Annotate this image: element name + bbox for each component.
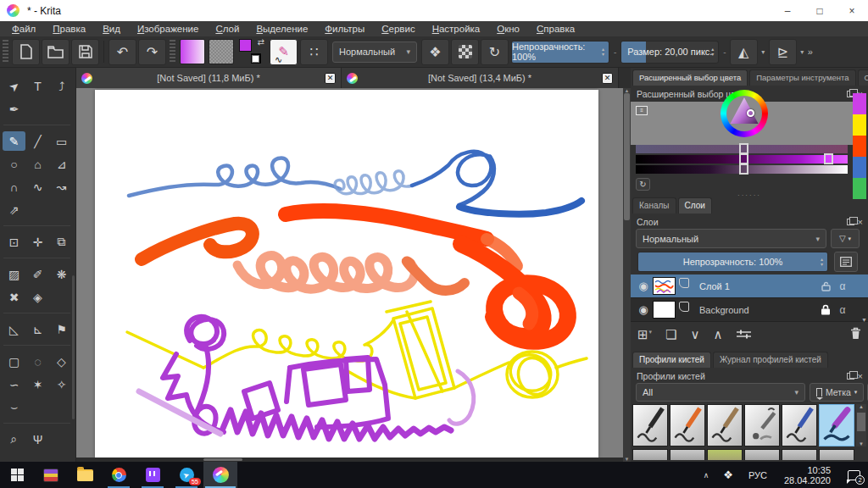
tab-close-icon[interactable]: ✕: [602, 73, 613, 84]
tool-polygon-select[interactable]: ◇: [50, 352, 73, 371]
taskbar-winrar[interactable]: [34, 462, 68, 488]
brush-preset-ink-pen[interactable]: [632, 404, 668, 446]
tool-move[interactable]: ✛: [26, 232, 49, 252]
opacity-slider[interactable]: Непрозрачность: 100% ▴▾: [511, 41, 609, 64]
close-docker-icon[interactable]: ×: [858, 219, 863, 225]
tool-transform[interactable]: ⊡: [3, 232, 25, 252]
hidden-icons-chevron[interactable]: ∧: [696, 471, 717, 480]
brush-preset-wood-brush[interactable]: [707, 404, 743, 446]
menu-tools[interactable]: Сервис: [373, 24, 423, 34]
toolbar-overflow-button[interactable]: »: [808, 47, 813, 57]
alpha-lock-icon[interactable]: α: [834, 304, 851, 316]
tool-measure[interactable]: ◺: [3, 319, 25, 339]
tab-brush-preset-history[interactable]: Журнал профилей кистей: [713, 352, 828, 368]
color-history-button[interactable]: ↻: [636, 178, 650, 191]
foreground-color[interactable]: [239, 39, 252, 52]
toolbar-grip[interactable]: [170, 40, 175, 64]
tool-fill[interactable]: ◈: [26, 287, 49, 307]
menu-image[interactable]: Изображение: [129, 24, 207, 34]
dropbox-icon[interactable]: ❖: [716, 469, 740, 481]
tool-bezier-curve[interactable]: ∩: [3, 177, 25, 197]
color-selector-settings-icon[interactable]: ≡: [636, 106, 648, 115]
taskbar-chrome[interactable]: [102, 462, 136, 488]
blending-mode-dropdown[interactable]: Нормальный ▾: [332, 42, 417, 63]
swatch-orange[interactable]: [853, 136, 866, 157]
scrollbar-thumb[interactable]: [624, 93, 630, 220]
tool-assistants[interactable]: ⊾: [26, 319, 49, 339]
menu-layer[interactable]: Слой: [207, 24, 248, 34]
saturation-bar[interactable]: [636, 155, 848, 164]
brush-preset-sketch-pen[interactable]: [744, 404, 780, 446]
document-tab-1[interactable]: [Not Saved] (11,8 МиБ) * ✕: [76, 68, 342, 88]
mirror-horizontal-options[interactable]: ▾: [759, 39, 768, 65]
tool-dynamic-brush[interactable]: ↝: [50, 177, 73, 197]
layer-blending-mode-dropdown[interactable]: Нормальный ▾: [636, 229, 826, 248]
canvas[interactable]: [95, 90, 598, 458]
open-document-button[interactable]: [42, 39, 70, 65]
toolbox-scrollbar[interactable]: [72, 275, 75, 419]
lightness-handle[interactable]: [739, 164, 748, 175]
close-docker-icon[interactable]: ×: [858, 373, 863, 380]
mirror-vertical-button[interactable]: ⊵: [769, 39, 797, 65]
swap-colors-icon[interactable]: ⇄: [258, 37, 264, 47]
brush-preset-blue-pen[interactable]: [782, 404, 817, 446]
tool-smart-patch[interactable]: ❋: [50, 264, 73, 284]
foreground-background-colors[interactable]: ⇄: [239, 39, 264, 64]
lock-icon[interactable]: [817, 281, 834, 291]
swatch-magenta[interactable]: [853, 93, 866, 114]
tool-bezier-select[interactable]: ✧: [50, 374, 73, 394]
tab-brush-presets[interactable]: Профили кистей: [632, 352, 711, 368]
choose-brush-preset-button[interactable]: ∷: [300, 39, 328, 65]
tool-reference-images[interactable]: ⚑: [50, 319, 73, 339]
tool-multibrush[interactable]: ⇗: [3, 200, 25, 219]
tool-rectangle[interactable]: ▭: [50, 131, 73, 151]
menu-settings[interactable]: Настройка: [424, 24, 489, 34]
lock-icon[interactable]: [817, 304, 834, 315]
saturation-handle-2[interactable]: [824, 153, 833, 164]
tool-freehand-select[interactable]: ∽: [3, 374, 25, 394]
menu-edit[interactable]: Правка: [44, 24, 94, 34]
taskbar-file-explorer[interactable]: [68, 462, 102, 488]
redo-button[interactable]: ↷: [138, 39, 166, 65]
minimize-button[interactable]: –: [771, 0, 804, 21]
duplicate-layer-button[interactable]: ❏: [665, 327, 676, 342]
mirror-vertical-options[interactable]: ▾: [798, 39, 807, 65]
taskbar-krita[interactable]: [203, 462, 237, 488]
tool-gradient[interactable]: ▨: [3, 264, 25, 284]
language-indicator[interactable]: РУС: [740, 470, 776, 480]
scrollbar-thumb[interactable]: [203, 458, 242, 461]
preset-filter-dropdown[interactable]: All ▾: [636, 383, 805, 402]
add-layer-button[interactable]: ⊞▾: [637, 327, 652, 342]
tool-line[interactable]: ╱: [26, 131, 49, 151]
canvas-vertical-scrollbar[interactable]: ▲ ▼: [623, 88, 631, 462]
tab-overview[interactable]: Обзор: [858, 69, 868, 86]
menu-select[interactable]: Выделение: [248, 24, 316, 34]
edit-brush-settings-button[interactable]: ✎: [270, 39, 298, 65]
visibility-eye-icon[interactable]: ◉: [634, 303, 653, 316]
layer-properties-button[interactable]: [737, 328, 751, 342]
tab-layers[interactable]: Слои: [678, 197, 712, 214]
layer-row-1[interactable]: ◉ Слой 1 α: [631, 274, 868, 298]
scroll-down-icon[interactable]: ▼: [856, 441, 866, 446]
start-button[interactable]: [0, 462, 34, 488]
menu-file[interactable]: Файл: [3, 24, 44, 34]
tag-button[interactable]: Метка ▾: [810, 383, 864, 402]
layer-properties-button[interactable]: [834, 252, 858, 272]
taskbar-twitch[interactable]: [136, 462, 170, 488]
preserve-alpha-button[interactable]: [451, 39, 479, 65]
float-docker-icon[interactable]: [847, 373, 854, 380]
eraser-mode-button[interactable]: ❖: [421, 39, 449, 65]
tab-advanced-color-selector[interactable]: Расширенный выбор цвета: [632, 69, 748, 86]
tool-freehand-path[interactable]: ∿: [26, 177, 49, 197]
preset-grid-scrollbar[interactable]: ▲ ▼: [856, 404, 866, 446]
toolbar-grip[interactable]: [3, 40, 8, 64]
tool-color-sampler[interactable]: ✐: [26, 264, 49, 284]
gradient-chooser[interactable]: [180, 39, 205, 64]
scroll-up-icon[interactable]: ▲: [856, 404, 866, 409]
swatch-blue[interactable]: [853, 157, 866, 178]
delete-layer-button[interactable]: [850, 327, 861, 342]
tool-edit-shapes[interactable]: ⤴: [50, 76, 73, 96]
float-docker-icon[interactable]: [847, 219, 854, 225]
reload-preset-button[interactable]: ↻: [481, 39, 509, 65]
tab-channels[interactable]: Каналы: [632, 197, 676, 214]
